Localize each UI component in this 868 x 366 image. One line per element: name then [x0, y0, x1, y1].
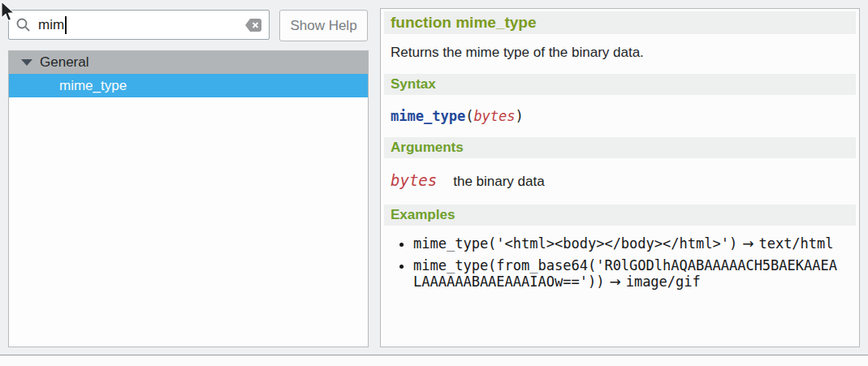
tree-group-label: General: [40, 54, 89, 71]
bottom-strip: [0, 355, 868, 366]
help-description: Returns the mime type of the binary data…: [391, 45, 849, 61]
example-code: mime_type('<html><body></body></html>'): [413, 235, 737, 252]
search-input[interactable]: mim: [8, 10, 270, 40]
syntax-code: mime_type(bytes): [391, 108, 849, 124]
section-heading-examples: Examples: [384, 205, 856, 226]
example-result: text/html: [758, 235, 833, 252]
collapse-arrow-icon[interactable]: [21, 59, 32, 66]
search-icon: [15, 17, 31, 32]
arrow-glyph: →: [742, 235, 754, 252]
argument-row: bytes the binary data: [391, 171, 849, 190]
show-help-button[interactable]: Show Help: [279, 10, 368, 41]
section-heading-syntax: Syntax: [384, 74, 856, 95]
tree-group-general[interactable]: General: [9, 51, 368, 74]
function-tree-panel: General mime_type: [8, 50, 369, 347]
function-name: mime_type: [391, 108, 465, 124]
clear-search-icon[interactable]: [244, 18, 262, 32]
examples-list: mime_type('<html><body></body></html>')→…: [384, 235, 856, 290]
example-result: image/gif: [626, 273, 701, 290]
tree-item-mime-type[interactable]: mime_type: [9, 74, 368, 97]
search-input-value[interactable]: mim: [38, 17, 64, 33]
text-caret: [65, 16, 67, 34]
section-heading-arguments: Arguments: [384, 137, 856, 158]
arrow-glyph: →: [609, 273, 620, 290]
syntax-arg: bytes: [473, 108, 515, 124]
mouse-cursor-icon: [0, 1, 16, 24]
tree-item-label: mime_type: [59, 78, 127, 94]
argument-description: the binary data: [453, 174, 544, 190]
help-content-panel: function mime_type Returns the mime type…: [380, 8, 860, 347]
example-item: mime_type(from_base64('R0lGODlhAQABAAAAA…: [413, 257, 842, 290]
example-item: mime_type('<html><body></body></html>')→…: [413, 235, 842, 252]
close-paren: ): [516, 108, 524, 124]
help-title: function mime_type: [384, 11, 856, 34]
open-paren: (: [465, 108, 473, 124]
argument-name: bytes: [391, 171, 437, 189]
